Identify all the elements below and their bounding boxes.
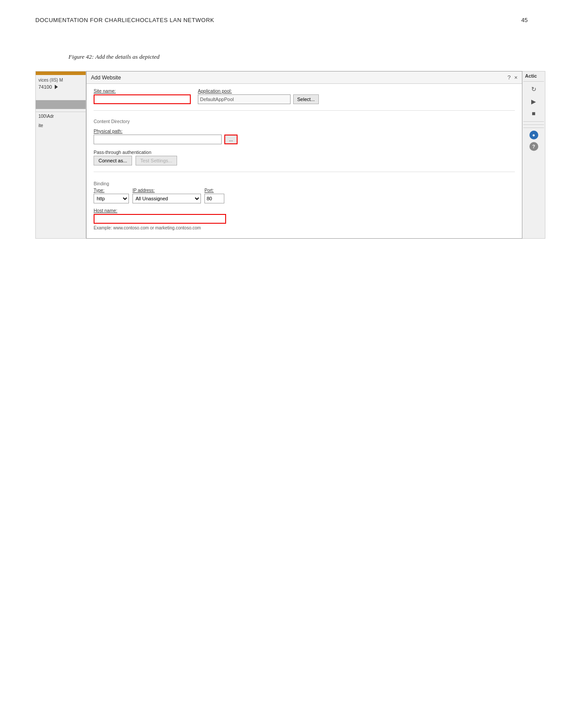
select-button[interactable]: Select...: [293, 94, 319, 104]
screenshot-area: vices (IIS) M 74100 100\Adr ite Add Webs…: [35, 71, 545, 239]
ip-col: IP address: All Unassigned: [132, 188, 201, 203]
content-directory-label: Content Directory: [94, 119, 515, 124]
sidebar-number: 74100: [36, 83, 86, 90]
passthrough-buttons: Connect as... Test Settings...: [94, 156, 515, 165]
sidebar-label: vices (IIS) M: [36, 75, 86, 83]
physical-path-row: ...: [94, 135, 515, 144]
browse-button[interactable]: ...: [224, 135, 238, 144]
page-header: DOCUMENTATION FOR CHARLIECHOCLATES LAN N…: [0, 0, 563, 32]
dialog-controls: ? ×: [507, 74, 518, 81]
hostname-col: Host name: Example: www.contoso.com or m…: [94, 208, 515, 230]
ip-select[interactable]: All Unassigned: [132, 194, 201, 203]
page-title: DOCUMENTATION FOR CHARLIECHOCLATES LAN N…: [35, 17, 214, 23]
play-icon[interactable]: ▶: [529, 97, 539, 106]
dialog-body: Site name: Application pool: Select... C…: [87, 84, 522, 235]
sidebar-addr: 100\Adr: [36, 113, 86, 120]
actions-divider-3: [523, 124, 544, 125]
iis-sidebar: vices (IIS) M 74100 100\Adr ite: [35, 71, 86, 239]
type-col: Type: http: [94, 188, 129, 203]
port-col: Port:: [204, 188, 224, 203]
refresh-icon[interactable]: ↻: [529, 84, 539, 94]
site-name-label: Site name:: [94, 88, 191, 94]
connect-as-button[interactable]: Connect as...: [94, 156, 132, 165]
passthrough-section: Pass-through authentication Connect as..…: [94, 149, 515, 165]
app-pool-col: Application pool: Select...: [198, 88, 319, 104]
help-circle-icon[interactable]: ?: [529, 142, 538, 151]
app-pool-label: Application pool:: [198, 88, 319, 94]
physical-path-label: Physical path:: [94, 128, 515, 134]
physical-path-col: Physical path: ...: [94, 128, 515, 144]
sidebar-spacer: [36, 90, 86, 98]
dialog-close-button[interactable]: ×: [514, 74, 518, 81]
actions-panel: Actic ↻ ▶ ■ ● ?: [522, 71, 545, 239]
type-select[interactable]: http: [94, 194, 129, 203]
add-website-dialog: Add Website ? × Site name: Application p…: [86, 71, 522, 239]
actions-divider-4: [523, 128, 544, 128]
dialog-title: Add Website: [91, 75, 121, 81]
ip-label: IP address:: [132, 188, 201, 193]
dialog-titlebar: Add Website ? ×: [87, 71, 522, 84]
hostname-label: Host name:: [94, 208, 515, 213]
port-label: Port:: [204, 188, 224, 193]
dialog-help-button[interactable]: ?: [507, 74, 510, 81]
binding-title: Binding: [94, 181, 515, 186]
info-circle-icon[interactable]: ●: [529, 131, 538, 139]
binding-section: Binding Type: http IP address: All Unass…: [94, 181, 515, 203]
binding-row: Type: http IP address: All Unassigned Po…: [94, 188, 515, 203]
hostname-example: Example: www.contoso.com or marketing.co…: [94, 225, 515, 230]
sidebar-gray-bar: [36, 100, 86, 109]
site-name-input[interactable]: [94, 94, 191, 104]
arrow-icon: [55, 85, 58, 89]
type-label: Type:: [94, 188, 129, 193]
passthrough-label: Pass-through authentication: [94, 150, 515, 155]
app-pool-input[interactable]: [198, 94, 291, 104]
actions-divider-2: [523, 121, 544, 122]
section-divider-2: [94, 172, 515, 172]
site-name-col: Site name:: [94, 88, 191, 104]
hostname-input[interactable]: [94, 214, 226, 224]
page-number: 45: [521, 17, 528, 23]
site-name-pool-row: Site name: Application pool: Select...: [94, 88, 515, 104]
section-divider-1: [94, 110, 515, 111]
actions-title: Actic: [523, 73, 537, 79]
physical-path-input[interactable]: [94, 135, 222, 144]
actions-divider-1: [523, 81, 544, 82]
port-input[interactable]: [204, 194, 224, 203]
stop-icon[interactable]: ■: [529, 109, 539, 119]
sidebar-top-bar: [36, 71, 86, 75]
figure-caption: Figure 42: Add the details as depicted: [68, 53, 528, 60]
sidebar-divider: [36, 112, 86, 112]
test-settings-button[interactable]: Test Settings...: [136, 156, 177, 165]
sidebar-site: ite: [36, 120, 86, 129]
